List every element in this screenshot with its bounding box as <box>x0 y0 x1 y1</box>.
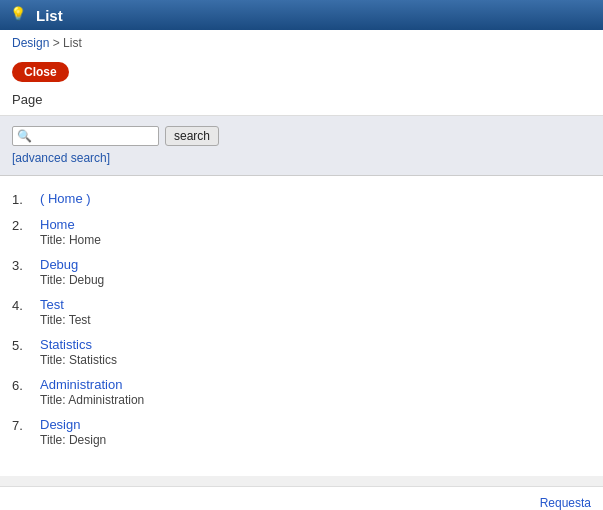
list-item-title: Title: Home <box>40 233 101 247</box>
page-label-row: Page <box>0 88 603 116</box>
list-item-content: TestTitle: Test <box>40 297 591 327</box>
list-item-number: 2. <box>12 217 40 233</box>
close-button[interactable]: Close <box>12 62 69 82</box>
list-item-number: 4. <box>12 297 40 313</box>
list-item-link[interactable]: Test <box>40 297 591 312</box>
app-header: 💡 List <box>0 0 603 30</box>
list-item-number: 1. <box>12 191 40 207</box>
list-item-link[interactable]: Design <box>40 417 591 432</box>
list-item-link[interactable]: Statistics <box>40 337 591 352</box>
list-item-number: 3. <box>12 257 40 273</box>
list-item-title: Title: Administration <box>40 393 144 407</box>
list-item-content: ( Home ) <box>40 191 591 206</box>
list-item-link[interactable]: Home <box>40 217 591 232</box>
list-item-number: 5. <box>12 337 40 353</box>
list-item: 1.( Home ) <box>0 186 603 212</box>
search-icon: 🔍 <box>17 129 32 143</box>
list-item-content: DebugTitle: Debug <box>40 257 591 287</box>
main-content: 1.( Home )2.HomeTitle: Home3.DebugTitle:… <box>0 176 603 476</box>
list-item: 5.StatisticsTitle: Statistics <box>0 332 603 372</box>
list-item-title: Title: Design <box>40 433 106 447</box>
breadcrumb-separator: > <box>53 36 63 50</box>
list-item-link[interactable]: ( Home ) <box>40 191 591 206</box>
footer: Requesta <box>0 486 603 510</box>
list-item-content: DesignTitle: Design <box>40 417 591 447</box>
search-button[interactable]: search <box>165 126 219 146</box>
search-row: 🔍 search <box>12 126 591 146</box>
list-item: 4.TestTitle: Test <box>0 292 603 332</box>
footer-link[interactable]: Requesta <box>540 496 591 510</box>
search-input[interactable] <box>34 129 154 143</box>
toolbar: Close <box>0 56 603 88</box>
page-list: 1.( Home )2.HomeTitle: Home3.DebugTitle:… <box>0 186 603 452</box>
header-title: List <box>36 7 63 24</box>
list-item: 6.AdministrationTitle: Administration <box>0 372 603 412</box>
list-item-content: AdministrationTitle: Administration <box>40 377 591 407</box>
list-item-title: Title: Debug <box>40 273 104 287</box>
list-item: 7.DesignTitle: Design <box>0 412 603 452</box>
list-item-title: Title: Statistics <box>40 353 117 367</box>
list-item-link[interactable]: Administration <box>40 377 591 392</box>
search-area: 🔍 search [advanced search] <box>0 116 603 176</box>
list-item-link[interactable]: Debug <box>40 257 591 272</box>
page-label: Page <box>12 92 42 107</box>
list-item-content: HomeTitle: Home <box>40 217 591 247</box>
breadcrumb-current: List <box>63 36 82 50</box>
advanced-search-link[interactable]: [advanced search] <box>12 151 110 165</box>
list-item: 2.HomeTitle: Home <box>0 212 603 252</box>
breadcrumb: Design > List <box>0 30 603 56</box>
header-icon: 💡 <box>10 6 28 24</box>
search-input-wrapper: 🔍 <box>12 126 159 146</box>
breadcrumb-design-link[interactable]: Design <box>12 36 49 50</box>
list-item-content: StatisticsTitle: Statistics <box>40 337 591 367</box>
list-item-title: Title: Test <box>40 313 91 327</box>
list-item-number: 7. <box>12 417 40 433</box>
list-item: 3.DebugTitle: Debug <box>0 252 603 292</box>
list-item-number: 6. <box>12 377 40 393</box>
